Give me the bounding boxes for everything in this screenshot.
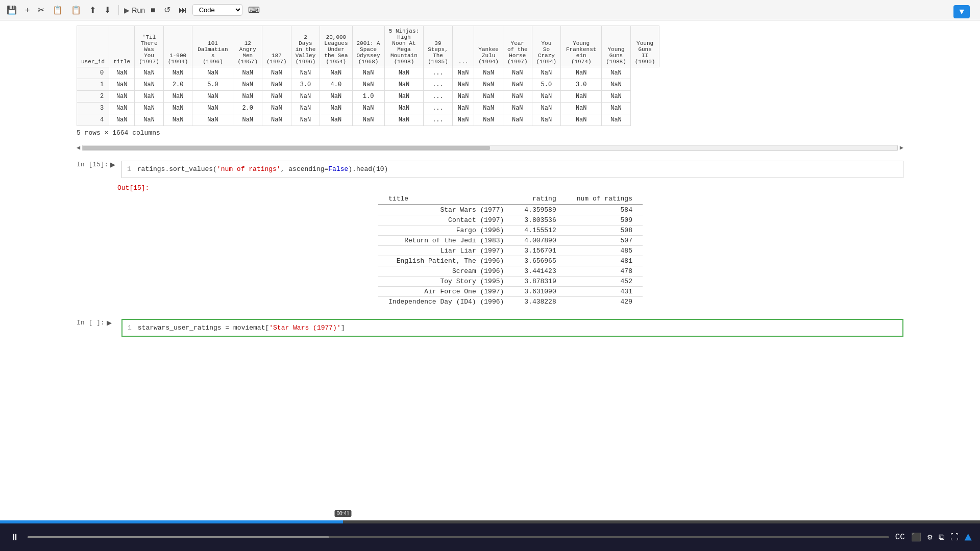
copy-button[interactable]: 📋 bbox=[50, 4, 65, 16]
col-39steps: 39Steps,The(1935) bbox=[424, 26, 453, 67]
code-line-1: 1 ratings.sort_values('num of ratings', … bbox=[127, 164, 898, 174]
expand-panel-icon[interactable]: ▲ bbox=[965, 531, 972, 544]
active-line-number: 1 bbox=[128, 323, 132, 333]
rating-value: 4.007890 bbox=[514, 235, 566, 245]
cell-15: In [15]: ▶ 1 ratings.sort_values('num of… bbox=[0, 157, 980, 182]
active-cell-label-text: In [ ]: bbox=[77, 319, 105, 327]
num-ratings: 509 bbox=[567, 215, 643, 225]
cut-button[interactable]: ✂ bbox=[35, 4, 47, 16]
col-tilthereWasYou: 'TilThereWasYou(1997) bbox=[135, 26, 164, 67]
num-ratings: 507 bbox=[567, 235, 643, 245]
subtitles-icon[interactable]: CC bbox=[895, 533, 905, 542]
ratings-table-row: English Patient, The (1996) 3.656965 481 bbox=[378, 256, 643, 266]
active-cell-code[interactable]: 1 starwars_user_ratings = moviemat['Star… bbox=[121, 319, 903, 337]
cell-15-code[interactable]: 1 ratings.sort_values('num of ratings', … bbox=[121, 161, 903, 178]
rating-title: Return of the Jedi (1983) bbox=[378, 235, 514, 245]
col-title-header: title bbox=[378, 194, 514, 205]
move-down-button[interactable]: ⬇ bbox=[102, 4, 113, 16]
col-title: title bbox=[109, 26, 135, 67]
table-row: 2 NaN NaN NaN NaN NaN NaN NaN NaN 1.0 Na… bbox=[77, 91, 659, 103]
separator-1 bbox=[118, 5, 119, 15]
col-numratings-header: num of ratings bbox=[567, 194, 643, 205]
rating-title: Liar Liar (1997) bbox=[378, 245, 514, 256]
active-cell: In [ ]: ▶ 1 starwars_user_ratings = movi… bbox=[0, 315, 980, 341]
col-187: 187(1997) bbox=[262, 26, 291, 67]
col-101dalmatians: 101Dalmatians(1996) bbox=[192, 26, 233, 67]
active-cell-run-icon[interactable]: ▶ bbox=[107, 319, 112, 327]
scroll-right-arrow[interactable]: ▶ bbox=[900, 144, 903, 152]
media-bar: 00:41 ⏸ CC ⬛ ⚙ ⧉ ⛶ ▲ bbox=[0, 520, 980, 551]
move-up-button[interactable]: ⬆ bbox=[87, 4, 99, 16]
ratings-table-row: Return of the Jedi (1983) 4.007890 507 bbox=[378, 235, 643, 245]
userid-header: user_id bbox=[77, 26, 109, 67]
col-ellipsis: ... bbox=[452, 26, 474, 67]
main-content: user_id title 'TilThereWasYou(1997) 1-90… bbox=[0, 20, 980, 520]
pause-button[interactable]: ⏸ bbox=[8, 530, 21, 545]
col-2001odyssey: 2001: ASpaceOdyssey(1968) bbox=[352, 26, 384, 67]
audio-fill bbox=[28, 536, 329, 538]
num-ratings: 478 bbox=[567, 266, 643, 276]
run-label: Run bbox=[132, 6, 145, 14]
num-ratings: 429 bbox=[567, 296, 643, 307]
num-ratings: 508 bbox=[567, 225, 643, 235]
dataframe-table-wrapper[interactable]: user_id title 'TilThereWasYou(1997) 1-90… bbox=[77, 26, 903, 126]
out-label: Out[15]: bbox=[117, 184, 903, 192]
dataframe-table: user_id title 'TilThereWasYou(1997) 1-90… bbox=[77, 26, 659, 126]
audio-track[interactable] bbox=[28, 536, 889, 538]
ratings-table-row: Star Wars (1977) 4.359589 584 bbox=[378, 205, 643, 215]
cell-15-run-icon[interactable]: ▶ bbox=[110, 161, 115, 168]
row-0-id: 0 bbox=[77, 67, 109, 79]
add-cell-button[interactable]: + bbox=[22, 5, 32, 16]
active-cell-label: In [ ]: ▶ bbox=[77, 319, 117, 327]
restart-button[interactable]: ↺ bbox=[161, 4, 173, 16]
play-icon: ▶ bbox=[124, 6, 130, 14]
skip-button[interactable]: ⏭ bbox=[176, 5, 189, 16]
num-ratings: 431 bbox=[567, 286, 643, 296]
scroll-left-arrow[interactable]: ◀ bbox=[77, 144, 80, 152]
ratings-table-row: Air Force One (1997) 3.631090 431 bbox=[378, 286, 643, 296]
col-youngfrankenstein: YoungFrankenstein(1974) bbox=[561, 26, 602, 67]
pip-icon[interactable]: ⧉ bbox=[939, 533, 944, 542]
media-right-controls: CC ⬛ ⚙ ⧉ ⛶ ▲ bbox=[895, 531, 972, 544]
stop-button[interactable]: ■ bbox=[148, 5, 158, 16]
progress-bar-container[interactable]: 00:41 bbox=[0, 520, 980, 523]
rating-title: Scream (1996) bbox=[378, 266, 514, 276]
num-ratings: 452 bbox=[567, 276, 643, 286]
col-rating-header: rating bbox=[514, 194, 566, 205]
scroll-track[interactable] bbox=[82, 145, 898, 151]
ratings-table-row: Liar Liar (1997) 3.156701 485 bbox=[378, 245, 643, 256]
rating-title: Toy Story (1995) bbox=[378, 276, 514, 286]
rating-title: Fargo (1996) bbox=[378, 225, 514, 235]
airplay-icon[interactable]: ⬛ bbox=[911, 532, 921, 542]
output-15: Out[15]: title rating num of ratings Sta… bbox=[0, 182, 980, 307]
active-code-text: starwars_user_ratings = moviemat['Star W… bbox=[138, 323, 345, 333]
col-younggunsii: YoungGunsII(1990) bbox=[630, 26, 659, 67]
col-yearofhorse: Yearof theHorse(1997) bbox=[503, 26, 532, 67]
kernel-selector[interactable]: Code Markdown bbox=[192, 4, 242, 16]
col-12angryman: 12AngryMen(1957) bbox=[233, 26, 262, 67]
active-code-line-1: 1 starwars_user_ratings = moviemat['Star… bbox=[128, 323, 897, 333]
col-yousocrazy: YouSoCrazy(1994) bbox=[532, 26, 561, 67]
rating-title: Independence Day (ID4) (1996) bbox=[378, 296, 514, 307]
table-row: 3 NaN NaN NaN NaN 2.0 NaN NaN NaN NaN Na… bbox=[77, 103, 659, 114]
fullscreen-icon[interactable]: ⛶ bbox=[950, 533, 959, 542]
scroll-thumb[interactable] bbox=[83, 146, 490, 150]
ratings-table-header: title rating num of ratings bbox=[378, 194, 643, 205]
table-row: 0 NaN NaN NaN NaN NaN NaN NaN NaN NaN Na… bbox=[77, 67, 659, 79]
col-youngguns: YoungGuns(1988) bbox=[602, 26, 631, 67]
horizontal-scrollbar[interactable]: ◀ ▶ bbox=[0, 143, 980, 153]
paste-button[interactable]: 📋 bbox=[68, 4, 84, 16]
table-row: 4 NaN NaN NaN NaN NaN NaN NaN NaN NaN Na… bbox=[77, 114, 659, 126]
save-button[interactable]: 💾 bbox=[4, 4, 19, 16]
settings-icon[interactable]: ⚙ bbox=[927, 532, 933, 542]
progress-tooltip: 00:41 bbox=[334, 510, 351, 517]
num-ratings: 584 bbox=[567, 205, 643, 215]
table-row: 1 NaN NaN 2.0 5.0 NaN NaN 3.0 4.0 NaN Na… bbox=[77, 79, 659, 91]
col-1900: 1-900(1994) bbox=[163, 26, 192, 67]
keyboard-button[interactable]: ⌨ bbox=[246, 4, 262, 16]
run-button[interactable]: ▶ Run bbox=[124, 6, 145, 14]
rating-value: 3.441423 bbox=[514, 266, 566, 276]
rating-value: 3.656965 bbox=[514, 256, 566, 266]
collapse-button[interactable]: ▼ bbox=[953, 5, 970, 18]
ratings-table-row: Fargo (1996) 4.155512 508 bbox=[378, 225, 643, 235]
